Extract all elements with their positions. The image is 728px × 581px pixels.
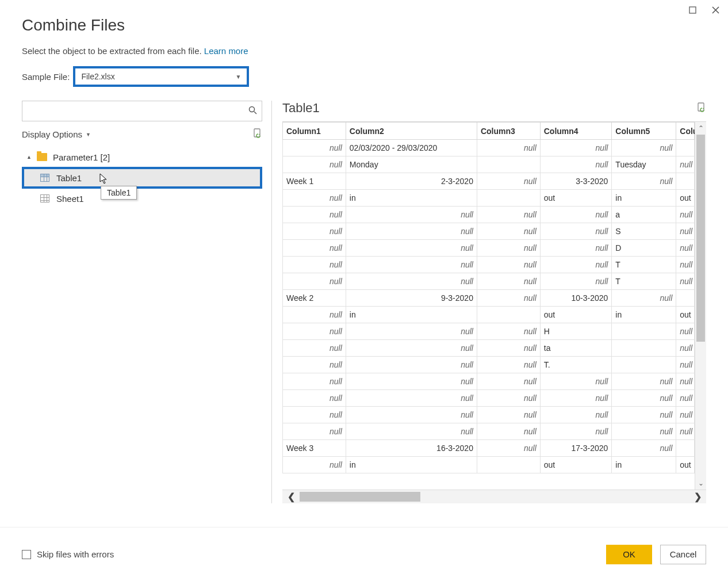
vertical-scrollbar[interactable]: ⌃ ⌄ — [695, 122, 706, 490]
table-cell — [477, 156, 540, 173]
chevron-down-icon: ▼ — [86, 132, 91, 137]
table-cell — [477, 307, 540, 323]
column-header[interactable]: Column2 — [346, 123, 477, 140]
sample-file-dropdown[interactable]: File2.xlsx ▼ — [73, 66, 249, 87]
table-cell: null — [283, 223, 346, 240]
table-row: nullnullnullnullSnull — [283, 223, 695, 240]
table-cell: null — [676, 207, 695, 223]
column-header[interactable]: Column1 — [283, 123, 346, 140]
table-cell: null — [477, 440, 540, 457]
refresh-icon[interactable] — [253, 128, 262, 140]
column-header[interactable]: Column3 — [477, 123, 540, 140]
table-cell: null — [283, 407, 346, 423]
chevron-down-icon: ▼ — [235, 74, 241, 80]
tree-item-label: Table1 — [56, 173, 82, 183]
table-row: nullnullnullnullTnull — [283, 273, 695, 290]
table-cell: null — [346, 223, 477, 240]
dialog-title: Combine Files — [22, 16, 706, 35]
table-cell — [676, 440, 695, 457]
svg-point-3 — [250, 107, 255, 112]
ok-button[interactable]: OK — [606, 545, 652, 564]
table-cell: null — [676, 373, 695, 390]
display-options-dropdown[interactable]: Display Options ▼ — [22, 129, 91, 139]
table-cell: 3-3-2020 — [540, 173, 612, 190]
worksheet-icon — [40, 194, 49, 202]
scroll-right-icon[interactable]: ❯ — [689, 491, 706, 502]
table-cell: 16-3-2020 — [346, 440, 477, 457]
search-input[interactable] — [22, 101, 262, 121]
table-cell: out — [676, 190, 695, 207]
table-cell: 02/03/2020 - 29/03/2020 — [346, 140, 477, 156]
table-row: null02/03/2020 - 29/03/2020nullnullnull — [283, 140, 695, 156]
table-cell: null — [477, 423, 540, 440]
table-cell: null — [283, 240, 346, 257]
table-row: nullnullnullHnull — [283, 323, 695, 340]
table-cell: in — [612, 190, 676, 207]
table-cell: Monday — [346, 156, 477, 173]
table-cell — [477, 190, 540, 207]
table-cell: null — [676, 223, 695, 240]
table-cell: null — [612, 440, 676, 457]
sample-file-label: Sample File: — [22, 72, 70, 82]
table-cell: 9-3-2020 — [346, 290, 477, 307]
scroll-down-icon[interactable]: ⌄ — [695, 477, 706, 490]
table-cell: a — [612, 207, 676, 223]
table-cell: null — [477, 407, 540, 423]
table-cell: null — [283, 340, 346, 357]
expander-icon[interactable]: ▲ — [26, 154, 33, 160]
table-cell: null — [540, 390, 612, 407]
scroll-up-icon[interactable]: ⌃ — [695, 122, 706, 135]
close-icon[interactable] — [707, 3, 723, 16]
scroll-left-icon[interactable]: ❮ — [282, 491, 300, 502]
table-cell: out — [676, 307, 695, 323]
table-cell: Tuesday — [612, 156, 676, 173]
table-cell: null — [540, 156, 612, 173]
dialog-subtitle: Select the object to be extracted from e… — [22, 46, 706, 56]
table-cell: T — [612, 257, 676, 273]
tree-node-sheet1[interactable]: Sheet1 — [22, 189, 262, 208]
table-cell: out — [540, 190, 612, 207]
table-cell: null — [540, 423, 612, 440]
table-cell: 17-3-2020 — [540, 440, 612, 457]
table-cell: null — [283, 207, 346, 223]
table-cell: null — [283, 156, 346, 173]
scroll-thumb[interactable] — [300, 492, 420, 502]
table-cell: null — [346, 340, 477, 357]
table-cell: null — [346, 207, 477, 223]
horizontal-scrollbar[interactable]: ❮ ❯ — [282, 490, 706, 503]
table-cell: in — [612, 307, 676, 323]
table-cell: 2-3-2020 — [346, 173, 477, 190]
learn-more-link[interactable]: Learn more — [204, 46, 248, 56]
maximize-icon[interactable] — [684, 3, 700, 16]
column-header[interactable]: Column4 — [540, 123, 612, 140]
table-cell: null — [283, 323, 346, 340]
table-cell: null — [346, 273, 477, 290]
table-row: nullnullnullnullDnull — [283, 240, 695, 257]
table-cell: null — [676, 257, 695, 273]
column-header[interactable]: Column5 — [612, 123, 676, 140]
refresh-preview-icon[interactable] — [697, 102, 706, 114]
table-cell: null — [540, 373, 612, 390]
tooltip: Table1 — [101, 186, 137, 200]
column-header[interactable]: Colu — [676, 123, 695, 140]
table-cell: null — [477, 290, 540, 307]
table-cell: null — [346, 423, 477, 440]
table-cell: null — [477, 273, 540, 290]
table-cell: null — [612, 373, 676, 390]
table-cell: null — [676, 423, 695, 440]
table-cell: T. — [540, 357, 612, 373]
tree-node-table1[interactable]: Table1 — [22, 167, 262, 189]
preview-table: Column1Column2Column3Column4Column5Colu … — [282, 122, 695, 473]
table-cell: null — [283, 390, 346, 407]
skip-errors-checkbox[interactable]: Skip files with errors — [22, 549, 114, 559]
table-row: Week 29-3-2020null10-3-2020null — [283, 290, 695, 307]
scroll-thumb[interactable] — [696, 135, 705, 342]
table-cell: null — [676, 323, 695, 340]
table-cell: null — [676, 156, 695, 173]
tree-node-root[interactable]: ▲ Parameter1 [2] — [22, 147, 262, 167]
table-row: nullinoutinout — [283, 307, 695, 323]
svg-rect-6 — [698, 103, 704, 111]
table-cell: ta — [540, 340, 612, 357]
cancel-button[interactable]: Cancel — [660, 545, 706, 564]
table-cell: null — [346, 390, 477, 407]
